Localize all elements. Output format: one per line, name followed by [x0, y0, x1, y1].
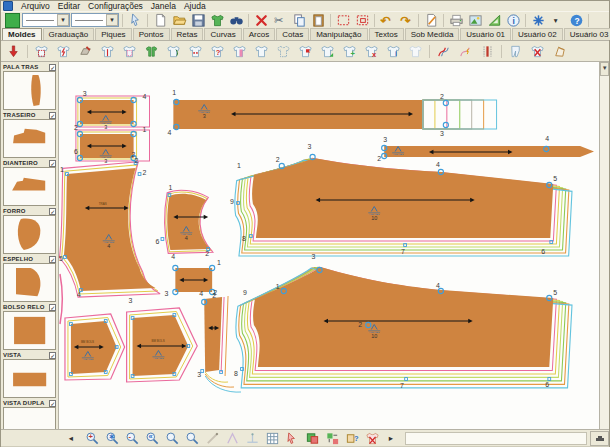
- sidebar-item-traseiro[interactable]: TRASEIRO ✓: [3, 111, 56, 158]
- tab-cotas[interactable]: Cotas: [276, 28, 309, 40]
- piece-delete-x-button[interactable]: [527, 41, 548, 61]
- grading-point[interactable]: [70, 373, 73, 376]
- help-button[interactable]: ?: [567, 12, 585, 29]
- grading-point[interactable]: [138, 173, 141, 176]
- piece-pants-front[interactable]: [252, 158, 553, 238]
- dropdown-arrow-button[interactable]: ▾: [548, 12, 566, 29]
- shirt-dashed-button[interactable]: [31, 41, 52, 61]
- curve-pair-button[interactable]: [433, 41, 454, 61]
- piece-thumbnail[interactable]: [3, 407, 56, 429]
- shirt-double-green-button[interactable]: [141, 41, 162, 61]
- combo-a-dropdown[interactable]: ▾: [22, 13, 70, 27]
- cut-scissors-button[interactable]: ✂: [271, 12, 289, 29]
- menu-item-ajuda[interactable]: Ajuda: [180, 1, 210, 11]
- measure-tool-button[interactable]: [243, 430, 262, 446]
- canvas-area[interactable]: 3246121423324122541624132423123456789321…: [59, 62, 599, 429]
- sidebar-item-bolso-relo[interactable]: BOLSO RELO ✓: [3, 303, 56, 350]
- tab-usuário-02[interactable]: Usuário 02: [512, 28, 563, 40]
- pants-piece-button[interactable]: [505, 41, 526, 61]
- grading-point[interactable]: [131, 375, 134, 378]
- shirt-dots-button[interactable]: [185, 41, 206, 61]
- menu-item-janela[interactable]: Janela: [147, 1, 180, 11]
- visibility-checkbox[interactable]: ✓: [49, 64, 56, 71]
- angle-tool-button[interactable]: [223, 430, 242, 446]
- piece-thumbnail[interactable]: [3, 71, 56, 110]
- menu-item-arquivo[interactable]: Arquivo: [17, 1, 54, 11]
- save-file-button[interactable]: [189, 12, 207, 29]
- combo-b-dropdown[interactable]: ▾: [71, 13, 119, 27]
- grading-point[interactable]: [404, 244, 407, 247]
- vertical-scrollbar[interactable]: ▼: [599, 62, 609, 429]
- piece-thumbnail[interactable]: [3, 167, 56, 206]
- zoom-dynamic-button[interactable]: ∗: [103, 430, 122, 446]
- grading-point[interactable]: [70, 323, 73, 326]
- tab-usuário-01[interactable]: Usuário 01: [460, 28, 511, 40]
- piece-question-button[interactable]: ?: [343, 430, 362, 446]
- pieces-swap-button[interactable]: [323, 430, 342, 446]
- tab-moldes[interactable]: Moldes: [2, 28, 42, 40]
- grading-point[interactable]: [548, 378, 551, 381]
- scroll-left-arrow-button[interactable]: ◂: [63, 430, 82, 446]
- scrollbar-track[interactable]: [600, 76, 609, 429]
- visibility-checkbox[interactable]: ✓: [49, 352, 56, 359]
- pen-tool-button[interactable]: [203, 430, 222, 446]
- grading-point[interactable]: [444, 122, 449, 127]
- color-swatch-button[interactable]: [3, 12, 21, 29]
- shirt-plain-button[interactable]: [251, 41, 272, 61]
- grading-point[interactable]: [201, 370, 204, 373]
- menu-item-editar[interactable]: Editar: [54, 1, 84, 11]
- tab-arcos[interactable]: Arcos: [243, 28, 275, 40]
- shirt-centerline-button[interactable]: [97, 41, 118, 61]
- shirt-x-button[interactable]: x: [361, 41, 382, 61]
- verify-piece-button[interactable]: [208, 12, 226, 29]
- search-binoculars-button[interactable]: [227, 12, 245, 29]
- shirt-outline-button[interactable]: [273, 41, 294, 61]
- select-area-add-button[interactable]: [353, 12, 371, 29]
- edit-plan-button[interactable]: [422, 12, 440, 29]
- shirt-fold-button[interactable]: [163, 41, 184, 61]
- sidebar-item-dianteiro[interactable]: DIANTEIRO ✓: [3, 159, 56, 206]
- chevron-down-icon[interactable]: ▾: [106, 14, 118, 26]
- shirt-info-button[interactable]: i: [383, 41, 404, 61]
- grading-point[interactable]: [550, 241, 553, 244]
- curve-adjust-button[interactable]: [455, 41, 476, 61]
- sidebar-item-vista-dupla[interactable]: VISTA DUPLA ✓: [3, 399, 56, 429]
- split-bar-button[interactable]: [477, 41, 498, 61]
- chevron-down-icon[interactable]: ▾: [57, 14, 69, 26]
- scroll-right-arrow-button[interactable]: ▸: [383, 430, 402, 446]
- print-button[interactable]: [447, 12, 465, 29]
- delete-x-button[interactable]: [252, 12, 270, 29]
- info-button[interactable]: i: [504, 12, 522, 29]
- zoom-out-button[interactable]: -: [123, 430, 142, 446]
- shirt-ghost-button[interactable]: [405, 41, 426, 61]
- piece-espelho[interactable]: [168, 194, 211, 250]
- visibility-checkbox[interactable]: ✓: [49, 304, 56, 311]
- new-document-button[interactable]: [151, 12, 169, 29]
- piece-vista-strip[interactable]: [204, 296, 241, 392]
- shirt-corner-green-button[interactable]: [317, 41, 338, 61]
- tab-textos[interactable]: Textos: [369, 28, 404, 40]
- select-piece-button[interactable]: [283, 430, 302, 446]
- tab-graduação[interactable]: Graduação: [43, 28, 95, 40]
- sidebar-item-pala-tras[interactable]: PALA TRAS ✓: [3, 63, 56, 110]
- piece-thumbnail[interactable]: [3, 311, 56, 350]
- redo-button[interactable]: ↷: [397, 12, 415, 29]
- tab-retas[interactable]: Retas: [171, 28, 204, 40]
- grading-point[interactable]: [444, 100, 449, 105]
- visibility-checkbox[interactable]: ✓: [49, 112, 56, 119]
- tab-sob-medida[interactable]: Sob Medida: [405, 28, 460, 40]
- scrollbar-corner-button[interactable]: [590, 431, 609, 446]
- piece-pants-back[interactable]: [253, 267, 553, 367]
- grid-button[interactable]: [263, 430, 282, 446]
- horizontal-scrollbar[interactable]: [405, 432, 587, 445]
- menu-item-configurações[interactable]: Configurações: [84, 1, 147, 11]
- pattern-canvas[interactable]: 3246121423324122541624132423123456789321…: [59, 62, 599, 429]
- tab-manipulação[interactable]: Manipulação: [310, 28, 367, 40]
- tab-usuário-03[interactable]: Usuário 03: [564, 28, 610, 40]
- shirt-question-button[interactable]: ?: [207, 41, 228, 61]
- select-area-button[interactable]: [334, 12, 352, 29]
- open-folder-button[interactable]: [170, 12, 188, 29]
- undo-button[interactable]: ↶: [378, 12, 396, 29]
- shirt-half-pink-button[interactable]: [229, 41, 250, 61]
- insert-mold-button[interactable]: [3, 41, 24, 61]
